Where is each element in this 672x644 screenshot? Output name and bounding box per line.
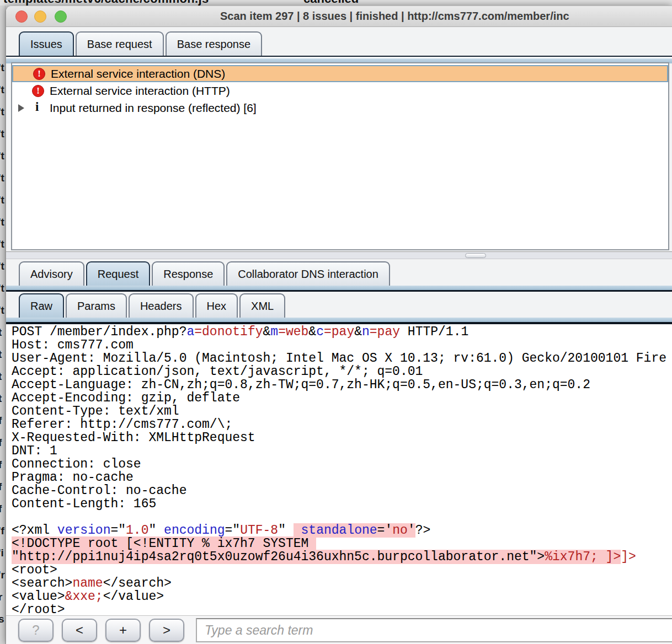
request-text-segment: m: [270, 325, 278, 339]
tab-base-response[interactable]: Base response: [166, 31, 262, 56]
request-text-segment: =pay: [324, 325, 354, 339]
zoom-window-icon[interactable]: [55, 10, 67, 23]
request-line: <!DOCTYPE root [<!ENTITY % ix7h7 SYSTEM: [12, 537, 672, 550]
issue-row[interactable]: !External service interaction (HTTP): [12, 82, 668, 99]
background-text-fragment: f: [0, 481, 2, 493]
tab-hex[interactable]: Hex: [195, 293, 238, 318]
background-file-path: templates/metv6/cache/common.js: [3, 0, 209, 6]
background-text-fragment: 't: [0, 128, 4, 140]
background-text-fragment: 'r: [0, 569, 5, 581]
request-text-segment: =": [110, 523, 126, 538]
detail-tab-bar: AdvisoryRequestResponseCollaborator DNS …: [6, 261, 672, 286]
high-severity-alert-icon: !: [32, 85, 44, 97]
request-text-segment: &: [308, 325, 316, 339]
tab-issues[interactable]: Issues: [19, 31, 74, 56]
request-text-segment: DNT: 1: [12, 444, 57, 458]
tab-params[interactable]: Params: [66, 293, 127, 318]
background-window-left-strip: 't't't't't't't't't't't'tttttfffff'f'i'rr…: [0, 6, 6, 644]
request-text-segment: version: [57, 523, 111, 538]
editor-tab-bar: RawParamsHeadersHexXML: [6, 293, 672, 318]
expand-arrow-icon[interactable]: [18, 104, 24, 112]
request-text-segment: Connection: close: [12, 457, 141, 471]
request-text-segment: Cache-Control: no-cache: [12, 484, 186, 498]
issue-row[interactable]: iInput returned in response (reflected) …: [12, 99, 668, 116]
editor-tab-underline: [6, 318, 672, 324]
top-tab-bar: IssuesBase requestBase response: [6, 31, 672, 56]
tab-request[interactable]: Request: [86, 261, 151, 286]
request-line: <search>name</search>: [12, 577, 672, 590]
request-text-segment: </root>: [12, 603, 65, 615]
previous-match-button[interactable]: <: [62, 619, 97, 642]
tab-advisory[interactable]: Advisory: [19, 261, 84, 286]
background-text-fragment: f: [0, 503, 2, 515]
request-text-segment: Host: cms777.com: [12, 338, 134, 352]
request-text-segment: c: [316, 325, 324, 339]
search-input[interactable]: [196, 618, 672, 642]
request-editor[interactable]: POST /member/index.php?a=donotify&m=web&…: [6, 324, 672, 615]
minimize-window-icon[interactable]: [34, 10, 46, 23]
request-text-segment: no: [392, 523, 408, 538]
background-window-strip: templates/metv6/cache/common.js cancelle…: [0, 0, 672, 6]
issue-row[interactable]: !External service interaction (DNS): [12, 65, 668, 82]
request-text-segment: User-Agent: Mozilla/5.0 (Macintosh; Inte…: [12, 351, 666, 366]
request-text-segment: Referer: http://cms777.com/\;: [12, 417, 232, 432]
background-text-fragment: f: [0, 459, 2, 471]
background-text-fragment: r: [0, 591, 2, 603]
help-button[interactable]: ?: [18, 619, 54, 642]
request-line: "http://ppi1nuj4ip4sa2rq0t5x0uzowf26u4i3…: [12, 550, 672, 564]
splitter-handle[interactable]: [465, 253, 486, 258]
background-text-fragment: 't: [0, 260, 4, 272]
issues-list: !External service interaction (DNS)!Exte…: [11, 62, 669, 250]
request-line: Content-Length: 165: [12, 497, 672, 511]
request-line: [12, 511, 672, 524]
tab-raw[interactable]: Raw: [19, 293, 64, 318]
high-severity-alert-icon: !: [33, 68, 45, 80]
request-text-segment: =": [225, 523, 241, 538]
request-text-segment: ?>: [415, 523, 431, 538]
request-text-segment: =pay: [370, 325, 400, 339]
close-window-icon[interactable]: [15, 10, 28, 23]
request-text-segment: <search>: [12, 576, 72, 591]
request-line: <?xml version="1.0" encoding="UTF-8" sta…: [12, 524, 672, 537]
request-text-segment: Content-Length: 165: [12, 497, 156, 511]
request-text-segment: a: [186, 325, 194, 339]
request-line: Connection: close: [12, 458, 672, 471]
request-line: Referer: http://cms777.com/\;: [12, 418, 672, 431]
tab-headers[interactable]: Headers: [129, 293, 194, 318]
request-text-segment: %ix7h7; ]>: [545, 550, 621, 564]
issue-label: Input returned in response (reflected) […: [50, 101, 257, 115]
request-text-segment: Accept: application/json, text/javascrip…: [12, 364, 423, 379]
background-text-fragment: t: [0, 326, 2, 339]
background-text-fragment: 't: [0, 62, 4, 74]
next-match-button[interactable]: >: [149, 619, 184, 642]
request-text-segment: 1.0: [126, 523, 148, 538]
plus-button[interactable]: +: [105, 619, 141, 642]
request-text-segment: HTTP/1.1: [400, 325, 468, 339]
background-status-text: cancelled: [303, 0, 359, 6]
request-line: DNT: 1: [12, 444, 672, 458]
request-line: </root>: [12, 603, 672, 615]
tab-collaborator-dns-interaction[interactable]: Collaborator DNS interaction: [226, 261, 390, 286]
background-text-fragment: 't: [0, 84, 4, 96]
request-text-segment: <root>: [12, 563, 57, 577]
tab-base-request[interactable]: Base request: [76, 31, 164, 56]
background-text-fragment: t: [0, 348, 2, 361]
tab-xml[interactable]: XML: [239, 293, 285, 318]
issue-label: External service interaction (DNS): [51, 67, 225, 80]
tab-response[interactable]: Response: [152, 261, 225, 286]
background-text-fragment: 'i: [0, 547, 4, 559]
background-text-fragment: f: [0, 415, 2, 427]
background-text-fragment: 't: [0, 282, 4, 294]
request-text-segment: Pragma: no-cache: [12, 470, 134, 485]
request-text-segment: ]>: [621, 550, 636, 564]
request-text-segment: n: [362, 325, 370, 339]
request-text-segment: Accept-Encoding: gzip, deflate: [12, 391, 240, 405]
scan-item-window: Scan item 297 | 8 issues | finished | ht…: [6, 6, 672, 644]
request-text-segment: "http://ppi1nuj4ip4sa2rq0t5x0uzowf26u4i3…: [12, 550, 545, 564]
request-line: <root>: [12, 564, 672, 577]
request-line: Cache-Control: no-cache: [12, 484, 672, 497]
request-text-segment: <?xml: [12, 523, 57, 538]
request-line: Host: cms777.com: [12, 339, 672, 352]
info-icon: i: [35, 100, 42, 114]
request-line: POST /member/index.php?a=donotify&m=web&…: [12, 325, 672, 339]
